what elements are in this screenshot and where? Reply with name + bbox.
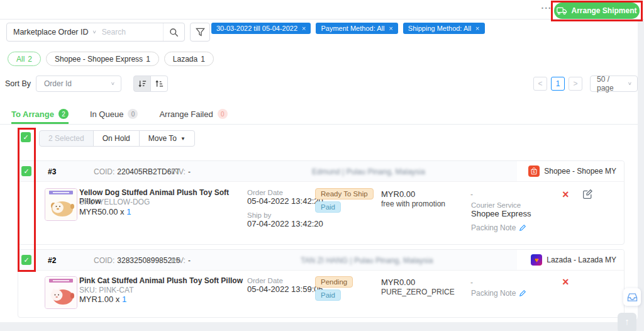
filter-chip-payment-method[interactable]: Payment Method: All × bbox=[316, 23, 397, 34]
close-icon[interactable]: × bbox=[475, 25, 479, 32]
product-thumbnail bbox=[45, 276, 77, 309]
selected-count-button[interactable]: 2 Selected bbox=[39, 130, 94, 147]
ship-by-label: Ship by bbox=[247, 211, 271, 219]
select-all-checkbox[interactable]: ✓ bbox=[21, 132, 31, 142]
pencil-icon bbox=[519, 224, 526, 232]
chat-inbox-button[interactable] bbox=[623, 288, 641, 306]
tab-label: Arrange Failed bbox=[159, 109, 213, 119]
cancel-order-button[interactable]: × bbox=[562, 189, 569, 200]
sort-descending-button[interactable] bbox=[133, 76, 151, 92]
on-hold-button[interactable]: On Hold bbox=[93, 130, 140, 147]
page-size-value: 50 / page bbox=[597, 75, 628, 93]
packing-note-link[interactable]: Packing Note bbox=[471, 289, 526, 298]
pagination-prev-button[interactable]: < bbox=[533, 77, 547, 91]
order-2-checkbox[interactable]: ✓ bbox=[21, 255, 31, 265]
product-quantity: 1 bbox=[122, 295, 126, 304]
order-amount: MYR0.00 bbox=[381, 189, 415, 199]
store-name: Lazada - Lazada MY bbox=[547, 255, 616, 264]
channel-pill-lazada[interactable]: Lazada 1 bbox=[164, 52, 214, 66]
search-group: Marketplace Order ID ∨ bbox=[6, 23, 185, 42]
store-badge: ♥ Lazada - Lazada MY bbox=[517, 250, 624, 270]
channel-pill-shopee[interactable]: Shopee - Shopee Express 1 bbox=[46, 52, 159, 66]
product-sku: SKU: YELLOW-DOG bbox=[79, 198, 150, 206]
pill-label: Lazada bbox=[173, 55, 197, 64]
tab-to-arrange[interactable]: To Arrange 2 bbox=[11, 104, 69, 124]
sort-field-value: Order Id bbox=[44, 79, 72, 88]
customer-info: Edmund | Pulau Pinang, Malaysia bbox=[312, 161, 425, 182]
order-2-body: Pink Cat Stuffed Animal Plush Toy Soft P… bbox=[18, 271, 624, 318]
order-inv: INV: - bbox=[171, 250, 191, 271]
tab-count-badge: 0 bbox=[128, 109, 138, 119]
search-button[interactable] bbox=[163, 23, 184, 41]
filter-chip-date-label: 30-03-2022 till 05-04-2022 bbox=[216, 25, 297, 32]
search-type-dropdown[interactable]: Marketplace Order ID ∨ bbox=[7, 28, 102, 36]
shopee-icon: S bbox=[528, 166, 540, 177]
status-tabs: To Arrange 2 In Queue 0 Arrange Failed 0 bbox=[0, 104, 638, 125]
customer-info: TAN ZI HANG | Pulau Pinang, Malaysia bbox=[301, 250, 433, 271]
order-2-header: ✓ #2 COID: 328325089985215 INV: - TAN ZI… bbox=[18, 250, 624, 271]
check-icon: ✓ bbox=[23, 256, 29, 264]
truck-icon bbox=[557, 7, 567, 15]
filter-chip-date-range[interactable]: 30-03-2022 till 05-04-2022 × bbox=[211, 23, 311, 34]
sort-field-select[interactable]: Order Id ∨ bbox=[36, 76, 121, 92]
chevron-down-icon: ∨ bbox=[111, 81, 115, 86]
cancel-order-button[interactable]: × bbox=[562, 276, 569, 288]
bulk-action-group: 2 Selected On Hold Move To ▼ bbox=[39, 130, 195, 147]
filter-funnel-icon bbox=[196, 28, 205, 37]
product-price: MYR50.00 x 1 bbox=[79, 207, 131, 216]
close-icon[interactable]: × bbox=[389, 25, 392, 32]
inbox-icon bbox=[627, 293, 638, 302]
store-badge: S Shopee - Shopee MY bbox=[517, 161, 624, 181]
pill-count: 2 bbox=[28, 55, 32, 64]
svg-text:S: S bbox=[533, 171, 536, 174]
move-to-label: Move To bbox=[148, 134, 177, 143]
lazada-icon: ♥ bbox=[531, 254, 542, 266]
tab-count-badge: 0 bbox=[218, 109, 228, 119]
courier-service-value: Shopee Express bbox=[471, 209, 531, 218]
order-3-checkbox[interactable]: ✓ bbox=[21, 166, 31, 176]
payment-badge: Paid bbox=[315, 201, 341, 213]
order-date-value: 05-04-2022 13:59:05 bbox=[247, 284, 323, 294]
move-to-button[interactable]: Move To ▼ bbox=[139, 130, 195, 147]
pagination-page-1[interactable]: 1 bbox=[551, 77, 565, 91]
pill-count: 1 bbox=[201, 55, 205, 64]
order-number: #2 bbox=[48, 250, 56, 271]
sort-ascending-icon bbox=[155, 79, 164, 88]
chevron-down-icon: ∨ bbox=[628, 81, 632, 86]
filter-chip-shipping-label: Shipping Method: All bbox=[408, 25, 471, 32]
payment-badge: Paid bbox=[315, 289, 341, 301]
close-icon[interactable]: × bbox=[302, 25, 306, 32]
product-sku: SKU: PINK-CAT bbox=[79, 286, 133, 295]
check-icon: ✓ bbox=[23, 167, 29, 176]
more-actions-button[interactable]: ··· bbox=[538, 3, 555, 16]
pagination-next-button[interactable]: > bbox=[569, 77, 582, 91]
edit-order-button[interactable] bbox=[582, 189, 593, 202]
scroll-top-button[interactable]: ↑ bbox=[618, 313, 636, 331]
packing-note-link[interactable]: Packing Note bbox=[471, 223, 526, 232]
store-name: Shopee - Shopee MY bbox=[544, 167, 616, 176]
sort-descending-icon bbox=[138, 79, 147, 88]
sort-by-label: Sort By bbox=[5, 79, 31, 88]
status-badge: Ready To Ship bbox=[315, 188, 374, 199]
filter-chips: 30-03-2022 till 05-04-2022 × Payment Met… bbox=[211, 23, 485, 34]
pill-count: 1 bbox=[146, 55, 150, 64]
product-quantity: 1 bbox=[126, 207, 131, 216]
ship-by-value: 07-04-2022 13:42:20 bbox=[247, 219, 323, 228]
tab-in-queue[interactable]: In Queue 0 bbox=[90, 104, 138, 124]
arrange-shipment-label: Arrange Shipment bbox=[571, 6, 636, 15]
arrange-shipment-button[interactable]: Arrange Shipment bbox=[554, 3, 640, 19]
filter-chip-shipping-method[interactable]: Shipping Method: All × bbox=[403, 23, 485, 34]
order-inv: INV: - bbox=[171, 161, 191, 182]
courier-service-label: Courier Service bbox=[471, 201, 521, 209]
sort-ascending-button[interactable] bbox=[150, 76, 168, 92]
channel-pill-all[interactable]: All 2 bbox=[8, 52, 41, 66]
channel-pills: All 2 Shopee - Shopee Express 1 Lazada 1 bbox=[8, 52, 214, 66]
search-input[interactable] bbox=[102, 28, 163, 36]
status-badge: Pending bbox=[315, 276, 353, 288]
tab-arrange-failed[interactable]: Arrange Failed 0 bbox=[159, 104, 227, 124]
order-card-2: ✓ #2 COID: 328325089985215 INV: - TAN ZI… bbox=[18, 249, 625, 318]
page-size-select[interactable]: 50 / page ∨ bbox=[590, 76, 638, 92]
filter-button[interactable] bbox=[190, 23, 210, 42]
pill-label: Shopee - Shopee Express bbox=[55, 55, 143, 64]
order-coid: COID: 220405RB2TD67T bbox=[94, 161, 180, 182]
